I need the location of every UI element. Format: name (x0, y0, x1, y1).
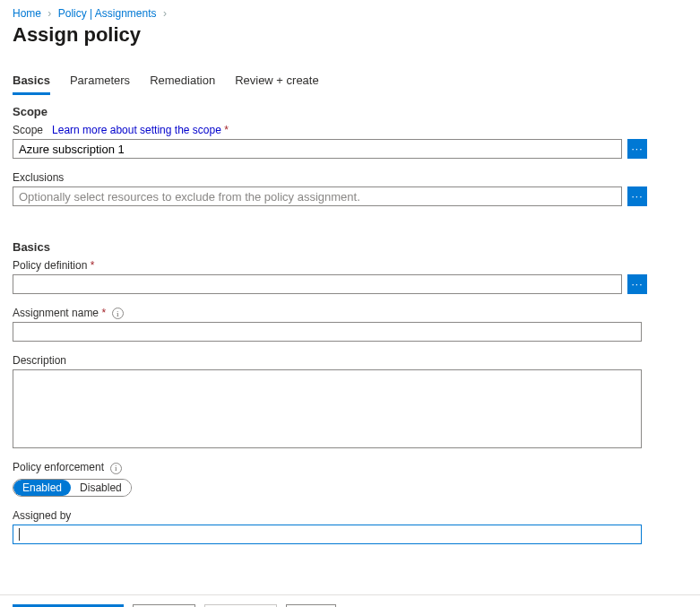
breadcrumb-home[interactable]: Home (13, 7, 41, 20)
exclusions-input[interactable] (13, 186, 622, 206)
assigned-by-label: Assigned by (13, 509, 71, 522)
scope-label: Scope (13, 124, 43, 136)
policy-definition-input[interactable] (13, 274, 622, 294)
ellipsis-icon: ··· (632, 190, 644, 203)
info-icon[interactable]: i (110, 463, 122, 474)
basics-section-title: Basics (13, 240, 687, 254)
info-icon[interactable]: i (112, 308, 124, 319)
tab-remediation[interactable]: Remediation (150, 70, 215, 95)
scope-picker-button[interactable]: ··· (627, 139, 647, 159)
scope-section-title: Scope (13, 105, 687, 118)
ellipsis-icon: ··· (632, 143, 644, 155)
policy-enforcement-label: Policy enforcement (13, 461, 104, 473)
chevron-right-icon: › (160, 7, 170, 20)
review-create-button[interactable]: Review + create (13, 604, 124, 607)
required-asterisk: * (101, 307, 106, 319)
assignment-name-input[interactable] (13, 322, 642, 342)
ellipsis-icon: ··· (632, 278, 644, 290)
cancel-button[interactable]: Cancel (133, 604, 195, 607)
toggle-option-enabled[interactable]: Enabled (13, 480, 71, 496)
tab-parameters[interactable]: Parameters (70, 70, 130, 95)
description-label: Description (13, 354, 66, 367)
breadcrumb: Home › Policy | Assignments › (13, 7, 687, 20)
scope-input[interactable] (13, 139, 622, 159)
next-button[interactable]: Next (286, 604, 337, 607)
tab-review-create[interactable]: Review + create (235, 70, 319, 95)
policy-definition-picker-button[interactable]: ··· (627, 274, 647, 294)
exclusions-picker-button[interactable]: ··· (627, 186, 647, 206)
assignment-name-label: Assignment name (13, 307, 99, 319)
chevron-right-icon: › (44, 7, 55, 20)
footer-action-bar: Review + create Cancel Previous Next (0, 594, 700, 607)
toggle-option-disabled[interactable]: Disabled (71, 480, 131, 496)
required-asterisk: * (224, 124, 229, 136)
policy-enforcement-toggle[interactable]: Enabled Disabled (13, 479, 132, 497)
previous-button: Previous (204, 604, 277, 607)
breadcrumb-policy-assignments[interactable]: Policy | Assignments (58, 7, 157, 20)
tab-basics[interactable]: Basics (13, 70, 50, 95)
tab-bar: Basics Parameters Remediation Review + c… (13, 70, 687, 96)
assigned-by-input[interactable] (13, 525, 642, 544)
policy-definition-label: Policy definition (13, 259, 87, 272)
page-title: Assign policy (13, 23, 687, 47)
scope-learn-more-link[interactable]: Learn more about setting the scope (52, 124, 221, 136)
description-textarea[interactable] (13, 369, 642, 448)
required-asterisk: * (91, 259, 95, 272)
exclusions-label: Exclusions (13, 171, 64, 184)
